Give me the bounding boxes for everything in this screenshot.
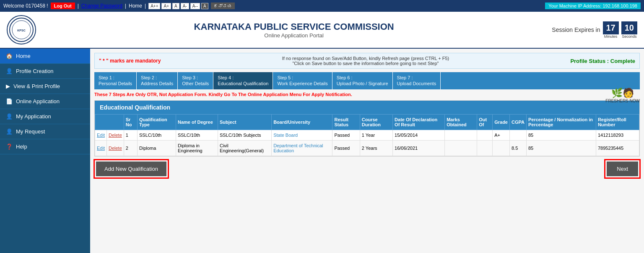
sidebar-item-home[interactable]: 🏠 Home xyxy=(0,49,90,64)
out-of xyxy=(477,140,493,156)
degree-name: Diploma in Engineering xyxy=(176,140,218,156)
my-app-icon: 👤 xyxy=(6,113,13,120)
freshers-now-logo: 🌿🧑 FRESHERS NOW xyxy=(605,88,640,103)
col-edit xyxy=(95,114,124,130)
col-result-status: Result Status xyxy=(332,114,360,130)
online-app-icon: 📄 xyxy=(6,98,13,104)
step-7[interactable]: Step 7 :Upload Documents xyxy=(393,72,441,89)
welcome-text: Welcome 0170458 ! xyxy=(3,3,48,9)
profile-creation-icon: 👤 xyxy=(6,68,13,74)
col-out-of: Out Of xyxy=(477,114,493,130)
top-bar: Welcome 0170458 ! Log Out | Change Passw… xyxy=(0,0,644,12)
step-4[interactable]: Step 4 :Educational Qualification xyxy=(213,72,273,89)
board-university: State Board xyxy=(272,130,332,140)
session-label: Session Expires in xyxy=(552,26,600,33)
grade: A+ xyxy=(493,130,510,140)
out-of xyxy=(477,130,493,140)
col-subject: Subject xyxy=(218,114,271,130)
font-ax-button[interactable]: A+ xyxy=(161,3,171,9)
qual-type: Diploma xyxy=(138,140,176,156)
mandatory-text: " * " marks are mandatory xyxy=(99,58,161,64)
sr-no: 1 xyxy=(124,130,137,140)
delete-link[interactable]: Delete xyxy=(106,140,124,156)
sidebar-item-help[interactable]: ❓ Help xyxy=(0,139,90,154)
svg-text:KPSC: KPSC xyxy=(17,29,25,32)
home-icon: 🏠 xyxy=(6,53,13,59)
add-new-qualification-button[interactable]: Add New Qualification xyxy=(96,162,166,176)
subject: SSLC/10th Subjects xyxy=(218,130,271,140)
help-icon: ❓ xyxy=(6,143,13,150)
step-3[interactable]: Step 3 :Other Details xyxy=(178,72,213,89)
col-marks: Marks Obtained xyxy=(445,114,477,130)
col-qual-type: Qualification Type xyxy=(138,114,176,130)
separator3: | xyxy=(145,3,146,9)
home-link[interactable]: Home xyxy=(129,3,142,9)
change-password-link[interactable]: Change Password xyxy=(81,3,122,9)
main-layout: 🏠 Home 👤 Profile Creation ▶ View & Print… xyxy=(0,49,644,253)
col-date-result: Date Of Declaration Of Result xyxy=(393,114,445,130)
delete-link[interactable]: Delete xyxy=(106,130,124,140)
next-button[interactable]: Next xyxy=(607,162,638,176)
font-size-controls: A++ A+ A A- A-- A xyxy=(148,3,208,9)
notice-bar: " * " marks are mandatory If no response… xyxy=(94,53,640,69)
notice-line2: "Click on Save button to save the inform… xyxy=(282,61,449,66)
kpsc-logo: KPSC xyxy=(7,15,36,44)
marks-obtained xyxy=(445,140,477,156)
bottom-bar: Add New Qualification Next xyxy=(94,156,640,181)
step-6[interactable]: Step 6 :Upload Photo / Signature xyxy=(332,72,393,89)
font-axx-button[interactable]: A++ xyxy=(148,3,160,9)
sidebar-item-my-application[interactable]: 👤 My Application xyxy=(0,109,90,124)
machine-ip: Your Machine IP Address: 192.168.100.198 xyxy=(545,3,641,9)
qualification-table-section: Educational Qualification Sr No Qualific… xyxy=(94,100,640,156)
separator2: | xyxy=(125,3,126,9)
header-title: KARNATAKA PUBLIC SERVICE COMMISSION Onli… xyxy=(36,21,552,39)
sidebar-label-my-request: My Request xyxy=(16,128,45,135)
result-status: Passed xyxy=(332,140,360,156)
font-am-button[interactable]: A- xyxy=(181,3,189,9)
font-color-button[interactable]: A xyxy=(201,3,208,9)
edit-link[interactable]: Edit xyxy=(95,140,107,156)
logout-button[interactable]: Log Out xyxy=(51,3,75,9)
qual-type: SSLC/10th xyxy=(138,130,176,140)
warning-text: These 7 Steps Are Only OTR, Not Applicat… xyxy=(94,92,640,97)
board-university: Department of Technical Education xyxy=(272,140,332,156)
col-cgpa: CGPA xyxy=(509,114,526,130)
step-2[interactable]: Step 2 :Address Details xyxy=(137,72,178,89)
table-row: Edit Delete 2 Diploma Diploma in Enginee… xyxy=(95,140,639,156)
sidebar-item-my-request[interactable]: 👤 My Request xyxy=(0,124,90,139)
notice-center: If no response found on Save/Add Button,… xyxy=(282,56,449,66)
sidebar-item-view-print-profile[interactable]: ▶ View & Print Profile xyxy=(0,79,90,94)
date-result: 15/05/2014 xyxy=(393,130,445,140)
profile-status: Profile Status : Complete xyxy=(570,58,635,64)
sidebar-label-home: Home xyxy=(16,53,31,59)
sidebar-label-profile-creation: Profile Creation xyxy=(16,68,54,74)
percentage: 85 xyxy=(526,140,596,156)
top-bar-left: Welcome 0170458 ! Log Out | Change Passw… xyxy=(3,3,235,9)
step-1[interactable]: Step 1 :Personal Details xyxy=(94,72,137,89)
font-a-button[interactable]: A xyxy=(172,3,179,9)
sidebar-label-help: Help xyxy=(16,143,27,150)
grade xyxy=(493,140,510,156)
language-button[interactable]: ಕನ್ನಡ xyxy=(211,3,235,9)
sidebar-item-online-application[interactable]: 📄 Online Application xyxy=(0,94,90,109)
seconds-label: Seconds xyxy=(621,34,637,39)
register-roll: 1412118293 xyxy=(596,130,639,140)
step-5[interactable]: Step 5 :Work Experience Details xyxy=(273,72,332,89)
sidebar-item-profile-creation[interactable]: 👤 Profile Creation xyxy=(0,64,90,79)
cgpa: 8.5 xyxy=(509,140,526,156)
sidebar: 🏠 Home 👤 Profile Creation ▶ View & Print… xyxy=(0,49,90,253)
sr-no: 2 xyxy=(124,140,137,156)
steps-bar: Step 1 :Personal Details Step 2 :Address… xyxy=(94,72,640,89)
notice-line1: If no response found on Save/Add Button,… xyxy=(282,56,449,61)
course-duration: 1 Year xyxy=(360,130,392,140)
font-amm-button[interactable]: A-- xyxy=(190,3,200,9)
course-duration: 2 Years xyxy=(360,140,392,156)
profile-status-value: Complete xyxy=(610,58,635,64)
degree-name: SSLC/10th xyxy=(176,130,218,140)
page-header: KPSC KARNATAKA PUBLIC SERVICE COMMISSION… xyxy=(0,12,644,49)
result-status: Passed xyxy=(332,130,360,140)
minutes-label: Minutes xyxy=(603,34,619,39)
edit-link[interactable]: Edit xyxy=(95,130,107,140)
cgpa xyxy=(509,130,526,140)
table-row: Edit Delete 1 SSLC/10th SSLC/10th SSLC/1… xyxy=(95,130,639,140)
